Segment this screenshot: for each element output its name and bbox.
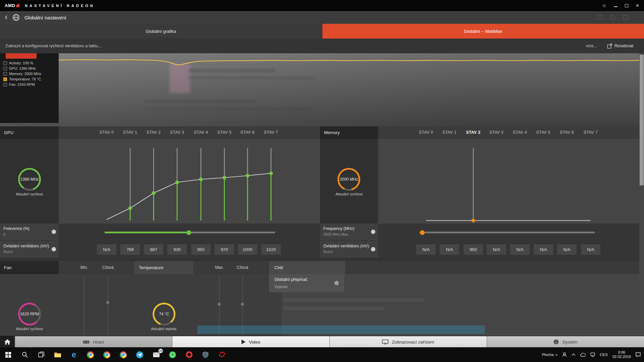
shield-app-icon[interactable]: [197, 347, 214, 362]
state-value-box[interactable]: 930: [167, 244, 187, 255]
language-indicator[interactable]: CES: [600, 353, 608, 357]
legend-label: Fan: 2243 RPM: [9, 82, 35, 86]
gpu-state-1-handle[interactable]: [128, 206, 132, 210]
state-value-box[interactable]: 970: [215, 244, 234, 255]
memory-voltage-control[interactable]: Ovládání ventilátoru (mV) Ruční: [320, 241, 378, 258]
state-value-box[interactable]: N/A: [440, 244, 459, 255]
tray-expand-chevron[interactable]: [572, 353, 576, 356]
maximize-button[interactable]: [625, 4, 628, 7]
amd-logo: AMD: [5, 3, 19, 8]
gpu-frequency-slider-handle[interactable]: [186, 230, 191, 235]
messenger-app-icon[interactable]: [131, 347, 148, 362]
clock-states-section: GPU Memory STAV 0 STAV 1 STAV 2 STAV 3 S…: [0, 126, 644, 258]
legend-current-tab[interactable]: [6, 53, 37, 59]
task-view-button[interactable]: [33, 347, 49, 362]
memory-voltage-toggle[interactable]: [371, 247, 375, 251]
memory-frequency-slider-track[interactable]: [420, 232, 595, 233]
control-label: Ovládání ventilátoru (mV): [3, 244, 55, 248]
legend-item-memory[interactable]: Memory: 2000 MHz: [3, 72, 41, 76]
start-button[interactable]: [0, 347, 16, 362]
state-value-box[interactable]: 1020: [261, 244, 281, 255]
edge-letter: e: [72, 351, 76, 359]
checkbox-unchecked[interactable]: [3, 61, 7, 65]
onedrive-cloud-icon[interactable]: [580, 353, 586, 357]
state-value-box[interactable]: N/A: [581, 244, 600, 255]
checkbox-checked[interactable]: ✓: [3, 77, 7, 81]
user-icon[interactable]: [562, 352, 567, 357]
state-header-active: STAV 2: [462, 126, 485, 139]
memory-frequency-slider-handle[interactable]: [420, 230, 425, 235]
edge-icon[interactable]: e: [66, 347, 82, 362]
nav-gaming-button[interactable]: Hraní: [15, 336, 172, 348]
tab-global-graphics[interactable]: Globální grafika: [0, 24, 322, 39]
desktop-toolbar[interactable]: Plocha »: [542, 353, 558, 357]
chrome-icon[interactable]: [82, 347, 99, 362]
file-explorer-icon[interactable]: [49, 347, 66, 362]
nav-system-button[interactable]: Systém: [487, 336, 644, 348]
scrollbar-thumb[interactable]: [640, 55, 644, 185]
memory-gauge-value: 2000 MHz: [340, 177, 358, 182]
close-button[interactable]: ✕: [636, 3, 639, 8]
gpu-voltage-toggle[interactable]: [52, 247, 56, 251]
tab-global-wattman[interactable]: Globální – WattMan: [322, 24, 644, 39]
nav-display-button[interactable]: Zobrazovací zařízení: [329, 336, 487, 348]
state-value-box[interactable]: N/A: [510, 244, 530, 255]
memory-frequency-control[interactable]: Frequency (MHz) 2000 MHz Max.: [320, 224, 378, 241]
search-button[interactable]: [16, 347, 33, 362]
gpu-voltage-control[interactable]: Ovládání ventilátoru (mV) Ruční: [0, 241, 59, 258]
gpu-state-2-handle[interactable]: [152, 191, 156, 195]
background-ghost: [188, 76, 315, 79]
gpu-state-6-handle[interactable]: [246, 174, 250, 178]
checkbox-unchecked[interactable]: [3, 72, 7, 76]
section-gap: [0, 258, 644, 261]
legend-item-temperature[interactable]: ✓ Temperature: 76 °C: [3, 77, 41, 81]
chill-toggle[interactable]: [334, 281, 339, 285]
state-value-box[interactable]: 887: [144, 244, 163, 255]
chrome-icon-3[interactable]: [115, 347, 131, 362]
tray-time: 0:06: [618, 350, 625, 355]
gpu-state-3-handle[interactable]: [175, 181, 179, 184]
state-value-box[interactable]: N/A: [534, 244, 553, 255]
state-value-box[interactable]: 950: [191, 244, 211, 255]
mail-app-icon[interactable]: 25: [148, 347, 164, 362]
state-value-box[interactable]: N/A: [97, 244, 116, 255]
shield-icon: [203, 352, 208, 358]
reset-button[interactable]: Resetovat: [607, 44, 633, 49]
state-value-box[interactable]: N/A: [557, 244, 577, 255]
gpu-frequency-control[interactable]: Frekvence (%) 0: [0, 224, 59, 241]
network-icon[interactable]: [590, 353, 595, 357]
checkbox-unchecked[interactable]: [3, 83, 7, 86]
radeon-tray-icon[interactable]: [214, 347, 230, 362]
gamepad-icon: [83, 340, 90, 344]
legend-item-gpu[interactable]: GPU: 1366 MHz: [3, 66, 41, 70]
gpu-state-4-handle[interactable]: [199, 178, 203, 181]
gpu-state-7-handle[interactable]: [269, 172, 273, 175]
gpu-state-5-handle[interactable]: [223, 176, 226, 180]
memory-frequency-toggle[interactable]: [371, 230, 375, 234]
minimize-button[interactable]: [614, 6, 618, 7]
legend-item-activity[interactable]: Activity: 100 %: [3, 61, 41, 65]
nav-label: Zobrazovací zařízení: [392, 340, 434, 345]
action-center-icon[interactable]: [636, 352, 641, 357]
state-header: STAV 1: [438, 126, 461, 139]
chill-section-label: Chill: [269, 261, 345, 274]
memory-state-2-handle[interactable]: [472, 219, 475, 223]
chill-switch-panel[interactable]: Globální přepínač Vypnuto: [269, 274, 344, 292]
state-value-box[interactable]: N/A: [416, 244, 436, 255]
favorite-star-icon[interactable]: ☆: [602, 3, 606, 8]
legend-item-fan[interactable]: Fan: 2243 RPM: [3, 82, 41, 86]
state-value-box[interactable]: N/A: [487, 244, 506, 255]
task-view-icon: [38, 352, 44, 358]
more-link[interactable]: více...: [586, 44, 597, 48]
chrome-icon-2[interactable]: [99, 347, 115, 362]
opera-icon[interactable]: [181, 347, 197, 362]
nav-home-button[interactable]: [0, 336, 15, 348]
state-value-box[interactable]: 1000: [238, 244, 257, 255]
state-value-box[interactable]: 769: [120, 244, 140, 255]
nav-video-button[interactable]: Video: [172, 336, 329, 348]
clock[interactable]: 0:06 02.02.2019: [612, 350, 631, 359]
checkbox-unchecked[interactable]: [3, 67, 7, 70]
state-value-box[interactable]: 950: [464, 244, 483, 255]
whatsapp-icon[interactable]: [164, 347, 181, 362]
gpu-frequency-toggle[interactable]: [52, 230, 56, 234]
